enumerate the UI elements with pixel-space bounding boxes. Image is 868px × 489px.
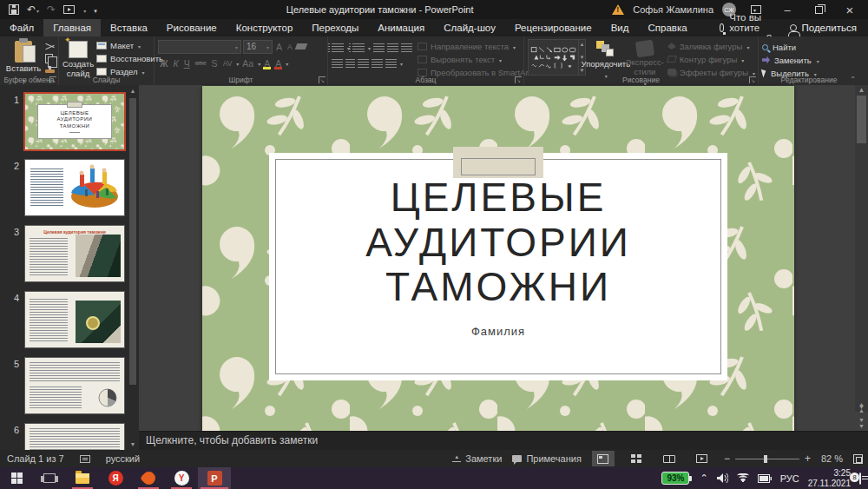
zoom-slider[interactable] bbox=[735, 459, 799, 459]
align-left-icon[interactable] bbox=[332, 59, 343, 68]
justify-icon[interactable] bbox=[372, 59, 383, 68]
slide-4-thumbnail[interactable] bbox=[25, 292, 124, 347]
normal-view-button[interactable] bbox=[592, 451, 615, 466]
drawing-dialog-launcher[interactable] bbox=[749, 76, 756, 83]
arrange-button[interactable]: Упорядочить bbox=[586, 39, 626, 81]
touch-mode-button[interactable] bbox=[82, 4, 86, 15]
change-case-button[interactable]: Aa bbox=[240, 58, 255, 69]
shapes-gallery-scrollbar[interactable]: ▲ ▼ ▼ bbox=[579, 39, 586, 76]
shrink-font-button[interactable]: А bbox=[286, 43, 294, 51]
zoom-slider-thumb[interactable] bbox=[764, 455, 767, 463]
notes-placeholder[interactable]: Щелкните, чтобы добавить заметки bbox=[146, 434, 318, 446]
wifi-icon[interactable] bbox=[737, 473, 749, 483]
align-center-icon[interactable] bbox=[345, 59, 355, 68]
slide-counter[interactable]: Слайд 1 из 7 bbox=[7, 453, 64, 464]
paragraph-dialog-launcher[interactable] bbox=[515, 76, 522, 83]
align-right-icon[interactable] bbox=[358, 59, 369, 68]
task-view-button[interactable] bbox=[33, 467, 66, 489]
font-size-combo[interactable]: 16 bbox=[243, 40, 273, 54]
previous-slide-icon[interactable]: ▲▲ bbox=[858, 401, 865, 413]
replace-button[interactable]: Заменить bbox=[762, 54, 819, 66]
origin-button[interactable] bbox=[132, 467, 165, 489]
thumbnail-item-3[interactable]: 3 Целевая аудитория таможни bbox=[3, 226, 139, 281]
columns-icon[interactable] bbox=[385, 59, 397, 68]
warning-icon[interactable] bbox=[612, 4, 624, 15]
scrollbar-thumb[interactable] bbox=[857, 96, 866, 143]
bullets-icon[interactable] bbox=[332, 43, 344, 52]
text-shadow-button[interactable]: S bbox=[210, 58, 220, 69]
tab-design[interactable]: Конструктор bbox=[227, 19, 303, 36]
minimize-button[interactable] bbox=[776, 0, 799, 19]
reset-button[interactable]: Восстановить bbox=[96, 52, 163, 64]
save-icon[interactable] bbox=[9, 4, 19, 15]
scroll-up-icon[interactable]: ▲ bbox=[855, 86, 868, 94]
slide-canvas[interactable]: ЦЕЛЕВЫЕ АУДИТОРИИ ТАМОЖНИ Фамилия bbox=[202, 86, 794, 432]
powerpoint-taskbar-button[interactable]: P bbox=[198, 467, 231, 489]
thumbnail-scroll-down-icon[interactable]: ▼ bbox=[128, 441, 138, 447]
underline-button[interactable]: Ч bbox=[182, 58, 192, 69]
undo-button[interactable] bbox=[27, 3, 39, 16]
align-text-button[interactable]: Выровнять текст bbox=[418, 53, 537, 65]
thumbnail-item-2[interactable]: 2 bbox=[3, 160, 139, 215]
grow-font-button[interactable]: А bbox=[274, 42, 284, 52]
copy-icon[interactable] bbox=[45, 54, 53, 63]
tab-animations[interactable]: Анимация bbox=[368, 19, 434, 36]
fit-slide-to-window-icon[interactable] bbox=[853, 454, 863, 464]
tab-transitions[interactable]: Переходы bbox=[302, 19, 368, 36]
redo-icon[interactable] bbox=[47, 3, 56, 16]
slide-6-thumbnail[interactable] bbox=[25, 424, 124, 450]
thumbnail-item-6[interactable]: 6 bbox=[3, 424, 139, 450]
tab-help[interactable]: Справка bbox=[639, 19, 697, 36]
slideshow-view-button[interactable] bbox=[691, 451, 713, 466]
notes-pane[interactable]: Щелкните, чтобы добавить заметки bbox=[139, 431, 868, 450]
numbering-icon[interactable] bbox=[352, 43, 365, 52]
slide-3-thumbnail[interactable]: Целевая аудитория таможни bbox=[25, 226, 124, 281]
reading-view-button[interactable] bbox=[658, 451, 681, 466]
input-language-indicator[interactable]: РУС bbox=[780, 473, 799, 484]
thumbnail-scroll-up-icon[interactable]: ▲ bbox=[128, 88, 138, 94]
slide-1-thumbnail[interactable]: ЦЕЛЕВЫЕ АУДИТОРИИ ТАМОЖНИ bbox=[25, 94, 124, 149]
yandex-browser-button[interactable]: Y bbox=[165, 467, 198, 489]
share-button[interactable]: Поделиться bbox=[779, 19, 868, 36]
vertical-scrollbar[interactable]: ▲ ▼ bbox=[855, 85, 868, 412]
close-button[interactable] bbox=[838, 0, 861, 19]
action-center-button[interactable]: 8 bbox=[859, 473, 861, 484]
speaker-icon[interactable] bbox=[717, 473, 728, 483]
tab-review[interactable]: Рецензирование bbox=[505, 19, 602, 36]
find-button[interactable]: Найти bbox=[762, 41, 819, 53]
battery-icon[interactable] bbox=[758, 474, 772, 483]
bold-button[interactable]: Ж bbox=[158, 58, 170, 69]
shape-outline-button[interactable]: Контур фигуры bbox=[667, 53, 755, 65]
zoom-in-icon[interactable]: + bbox=[805, 453, 811, 465]
thumbnail-item-5[interactable]: 5 bbox=[3, 358, 139, 413]
accessibility-checker-icon[interactable] bbox=[80, 455, 90, 463]
notes-toggle-button[interactable]: Заметки bbox=[452, 453, 502, 464]
line-spacing-icon[interactable] bbox=[401, 43, 412, 52]
thumbnail-item-1[interactable]: 1 ЦЕЛЕВЫЕ АУДИТОРИИ ТАМОЖНИ bbox=[3, 94, 139, 149]
clear-formatting-icon[interactable] bbox=[294, 43, 307, 50]
font-dialog-launcher[interactable] bbox=[319, 76, 326, 83]
clipboard-dialog-launcher[interactable] bbox=[49, 76, 56, 83]
yandex-app-button[interactable]: Я bbox=[99, 467, 132, 489]
character-spacing-button[interactable]: AV bbox=[221, 59, 234, 68]
increase-indent-icon[interactable] bbox=[387, 43, 398, 52]
thumbnail-item-4[interactable]: 4 bbox=[3, 292, 139, 347]
slide-sorter-view-button[interactable] bbox=[625, 451, 648, 466]
file-explorer-button[interactable] bbox=[66, 467, 99, 489]
thumbnail-scrollbar-thumb[interactable] bbox=[129, 98, 136, 385]
tab-slideshow[interactable]: Слайд-шоу bbox=[434, 19, 505, 36]
restore-button[interactable] bbox=[807, 0, 830, 19]
slide-2-thumbnail[interactable] bbox=[25, 160, 124, 215]
format-painter-icon[interactable] bbox=[45, 69, 55, 73]
font-color-button[interactable]: А bbox=[273, 58, 283, 69]
cut-icon[interactable] bbox=[45, 43, 56, 51]
slide-5-thumbnail[interactable] bbox=[25, 358, 124, 413]
collapse-ribbon-icon[interactable]: ⌃ bbox=[850, 76, 856, 83]
shapes-gallery[interactable] bbox=[528, 39, 579, 76]
clock[interactable]: 3:25 27.11.2021 bbox=[808, 468, 851, 488]
tab-file[interactable]: Файл bbox=[0, 19, 43, 36]
tab-view[interactable]: Вид bbox=[602, 19, 639, 36]
font-name-combo[interactable] bbox=[158, 40, 241, 54]
start-button[interactable] bbox=[0, 467, 33, 489]
decrease-indent-icon[interactable] bbox=[373, 43, 385, 52]
